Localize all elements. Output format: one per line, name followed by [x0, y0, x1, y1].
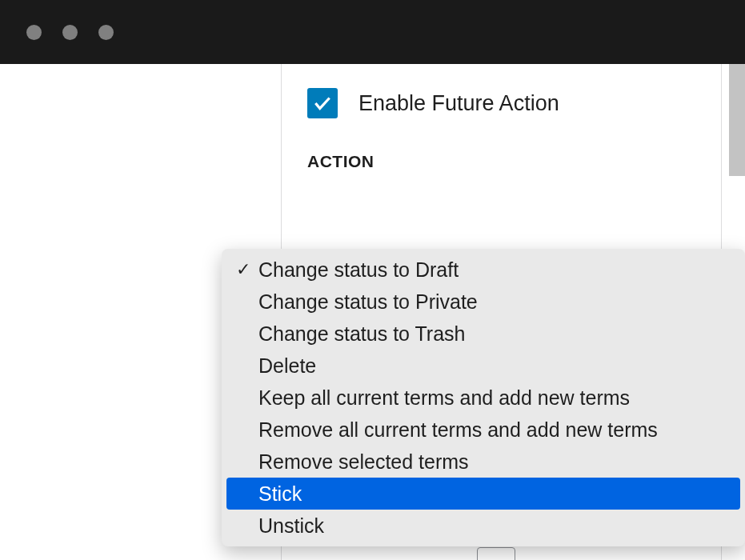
dropdown-item[interactable]: ✓Change status to Draft	[226, 254, 740, 286]
dropdown-item-label: Change status to Draft	[258, 258, 459, 282]
close-window-button[interactable]	[26, 25, 42, 40]
chevron-up-button[interactable]	[477, 547, 515, 560]
panel-scrollbar[interactable]	[729, 64, 745, 176]
content-area: Enable Future Action ACTION ✓Change stat…	[0, 64, 745, 560]
enable-future-action-row: Enable Future Action	[307, 88, 695, 118]
dropdown-item-label: Change status to Private	[258, 290, 478, 314]
dropdown-item-label: Unstick	[258, 514, 324, 538]
checkmark-icon: ✓	[236, 259, 250, 280]
dropdown-item[interactable]: Stick	[226, 478, 740, 510]
dropdown-item[interactable]: Remove all current terms and add new ter…	[226, 414, 740, 446]
minimize-window-button[interactable]	[62, 25, 78, 40]
enable-future-action-label: Enable Future Action	[358, 91, 559, 116]
dropdown-item-label: Change status to Trash	[258, 322, 465, 346]
dropdown-item[interactable]: Unstick	[226, 510, 740, 542]
action-section-label: ACTION	[307, 152, 695, 171]
window-titlebar	[0, 0, 745, 64]
dropdown-item-label: Remove all current terms and add new ter…	[258, 418, 658, 442]
dropdown-item-label: Remove selected terms	[258, 450, 469, 474]
action-dropdown-menu: ✓Change status to DraftChange status to …	[222, 249, 745, 546]
dropdown-item[interactable]: Delete	[226, 350, 740, 382]
dropdown-item[interactable]: Change status to Private	[226, 286, 740, 318]
dropdown-item-label: Keep all current terms and add new terms	[258, 386, 630, 410]
dropdown-item[interactable]: Remove selected terms	[226, 446, 740, 478]
dropdown-item-label: Stick	[258, 482, 302, 506]
check-icon	[312, 93, 333, 114]
enable-future-action-checkbox[interactable]	[307, 88, 338, 118]
dropdown-item[interactable]: Keep all current terms and add new terms	[226, 382, 740, 414]
dropdown-item-label: Delete	[258, 354, 316, 378]
maximize-window-button[interactable]	[98, 25, 114, 40]
dropdown-item[interactable]: Change status to Trash	[226, 318, 740, 350]
